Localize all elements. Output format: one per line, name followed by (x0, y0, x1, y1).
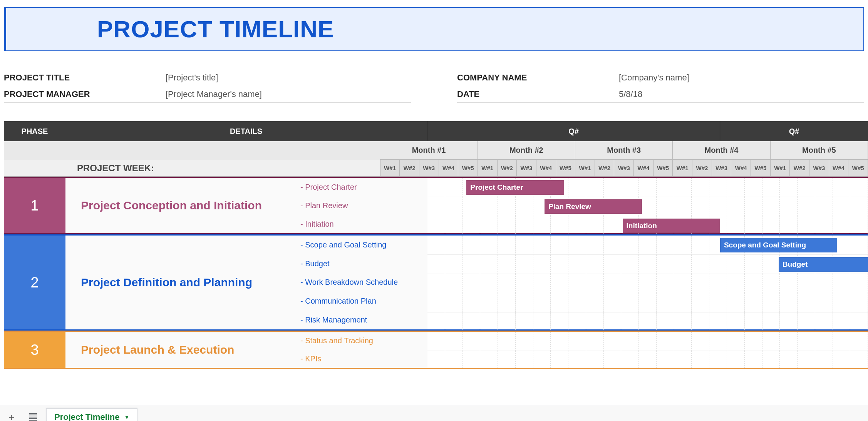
phase-number: 3 (4, 332, 65, 368)
phase-detail-item: - Budget (297, 254, 427, 273)
week-header: W#3 (809, 160, 829, 177)
phase-detail-item: - Status and Tracking (297, 332, 427, 350)
project-title-label: PROJECT TITLE (4, 73, 166, 83)
gantt-area: Scope and Goal SettingBudget (427, 236, 868, 329)
month-header: Month #2 (478, 141, 575, 160)
project-manager-label: PROJECT MANAGER (4, 89, 166, 99)
all-sheets-button[interactable] (25, 409, 42, 421)
week-header: W#4 (731, 160, 751, 177)
gantt-bar[interactable]: Initiation (623, 219, 720, 233)
sheet-bottom-bar: ＋ Project Timeline ▼ (0, 406, 868, 421)
phase-block: 3Project Launch & Execution- Status and … (4, 331, 868, 369)
week-header: W#4 (536, 160, 556, 177)
phase-name: Project Conception and Initiation (65, 178, 297, 233)
month-header: Month #5 (771, 141, 868, 160)
phase-block: 2Project Definition and Planning- Scope … (4, 234, 868, 331)
phase-detail-item: - Initiation (297, 215, 427, 233)
gantt-area (427, 332, 868, 368)
phase-number: 2 (4, 236, 65, 329)
sheet-tab-label: Project Timeline (54, 412, 120, 421)
week-header: W#1 (380, 160, 400, 177)
page-title: PROJECT TIMELINE (97, 15, 863, 43)
company-name-value[interactable]: [Company's name] (619, 73, 689, 83)
project-manager-value[interactable]: [Project Manager's name] (166, 89, 262, 99)
phase-name: Project Launch & Execution (65, 332, 297, 368)
month-row: Month #1Month #2Month #3Month #4Month #5 (4, 141, 868, 160)
week-header: W#4 (829, 160, 849, 177)
gantt-bar[interactable]: Project Charter (466, 180, 564, 195)
gantt-area: Project CharterPlan ReviewInitiation (427, 178, 868, 233)
week-header: W#1 (673, 160, 692, 177)
col-quarter-2: Q# (720, 121, 868, 141)
month-header: Month #3 (575, 141, 673, 160)
phase-detail-item: - Plan Review (297, 196, 427, 215)
week-header: W#1 (575, 160, 595, 177)
date-label: DATE (457, 89, 619, 99)
week-header: W#2 (790, 160, 809, 177)
col-details: DETAILS (65, 121, 427, 141)
week-row: PROJECT WEEK: W#1W#2W#3W#4W#5W#1W#2W#3W#… (4, 160, 868, 177)
chevron-down-icon: ▼ (124, 414, 130, 420)
menu-icon (29, 413, 37, 421)
week-header: W#1 (478, 160, 498, 177)
week-header: W#5 (848, 160, 868, 177)
week-header: W#5 (556, 160, 576, 177)
month-header: Month #4 (673, 141, 770, 160)
company-name-label: COMPANY NAME (457, 73, 619, 83)
project-title-value[interactable]: [Project's title] (166, 73, 218, 83)
meta-area: PROJECT TITLE [Project's title] PROJECT … (4, 70, 864, 103)
phase-detail-item: - Work Breakdown Schedule (297, 273, 427, 292)
week-header: W#2 (692, 160, 712, 177)
week-header: W#4 (634, 160, 654, 177)
week-header: W#1 (771, 160, 790, 177)
sheet-tab-active[interactable]: Project Timeline ▼ (46, 408, 137, 421)
add-sheet-button[interactable]: ＋ (3, 409, 20, 421)
phase-name: Project Definition and Planning (65, 236, 297, 329)
gantt-bar[interactable]: Budget (779, 257, 868, 272)
phase-detail-item: - Communication Plan (297, 292, 427, 311)
week-header: W#2 (498, 160, 517, 177)
week-header: W#3 (419, 160, 439, 177)
week-header: W#3 (517, 160, 536, 177)
header-row-dark: PHASE DETAILS Q# Q# (4, 121, 868, 141)
gantt-bar[interactable]: Plan Review (545, 199, 642, 214)
week-header: W#2 (595, 160, 615, 177)
week-header: W#5 (458, 160, 478, 177)
week-header: W#2 (400, 160, 419, 177)
gantt-bar[interactable]: Scope and Goal Setting (720, 238, 837, 252)
phase-detail-item: - KPIs (297, 350, 427, 368)
timeline-table: PHASE DETAILS Q# Q# Month #1Month #2Mont… (4, 121, 868, 369)
week-header: W#3 (712, 160, 732, 177)
col-quarter-1: Q# (427, 121, 720, 141)
date-value[interactable]: 5/8/18 (619, 89, 642, 99)
month-header: Month #1 (380, 141, 478, 160)
phase-detail-item: - Risk Management (297, 311, 427, 329)
phase-number: 1 (4, 178, 65, 233)
week-header: W#5 (654, 160, 673, 177)
week-header: W#3 (614, 160, 634, 177)
title-banner: PROJECT TIMELINE (4, 7, 864, 51)
project-week-label: PROJECT WEEK: (4, 160, 204, 177)
phase-block: 1Project Conception and Initiation- Proj… (4, 177, 868, 234)
week-header: W#4 (439, 160, 459, 177)
col-phase: PHASE (4, 121, 65, 141)
week-header: W#5 (751, 160, 771, 177)
phase-detail-item: - Scope and Goal Setting (297, 236, 427, 254)
phase-detail-item: - Project Charter (297, 178, 427, 196)
